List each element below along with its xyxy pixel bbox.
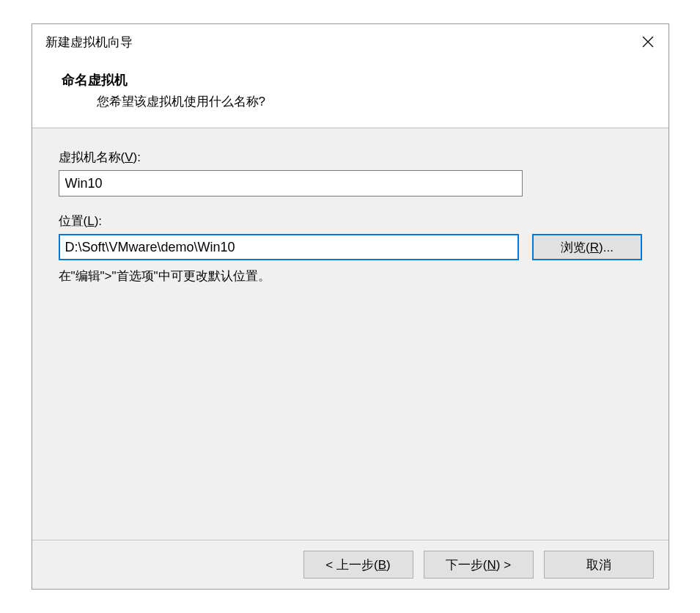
- header-title: 命名虚拟机: [62, 71, 639, 89]
- browse-button[interactable]: 浏览(R)...: [532, 234, 641, 260]
- wizard-dialog: 新建虚拟机向导 命名虚拟机 您希望该虚拟机使用什么名称? 虚拟机名称(V): 位…: [32, 23, 669, 590]
- cancel-button[interactable]: 取消: [544, 551, 654, 579]
- titlebar: 新建虚拟机向导: [32, 24, 668, 59]
- location-label: 位置(L):: [59, 213, 642, 230]
- vm-name-label: 虚拟机名称(V):: [59, 149, 642, 166]
- vm-name-input[interactable]: [59, 170, 523, 197]
- header-subtitle: 您希望该虚拟机使用什么名称?: [62, 93, 639, 110]
- location-hint: 在"编辑">"首选项"中可更改默认位置。: [59, 268, 642, 285]
- close-button[interactable]: [638, 32, 658, 52]
- body-section: 虚拟机名称(V): 位置(L): 浏览(R)... 在"编辑">"首选项"中可更…: [32, 128, 668, 540]
- back-button[interactable]: < 上一步(B): [303, 551, 413, 579]
- footer: < 上一步(B) 下一步(N) > 取消: [32, 540, 668, 589]
- vm-name-group: 虚拟机名称(V):: [59, 149, 642, 197]
- close-icon: [642, 36, 654, 48]
- next-button[interactable]: 下一步(N) >: [424, 551, 534, 579]
- location-input[interactable]: [59, 234, 520, 260]
- dialog-title: 新建虚拟机向导: [45, 34, 133, 51]
- header-section: 命名虚拟机 您希望该虚拟机使用什么名称?: [32, 59, 668, 128]
- location-group: 位置(L): 浏览(R)... 在"编辑">"首选项"中可更改默认位置。: [59, 213, 642, 285]
- location-row: 浏览(R)...: [59, 234, 642, 260]
